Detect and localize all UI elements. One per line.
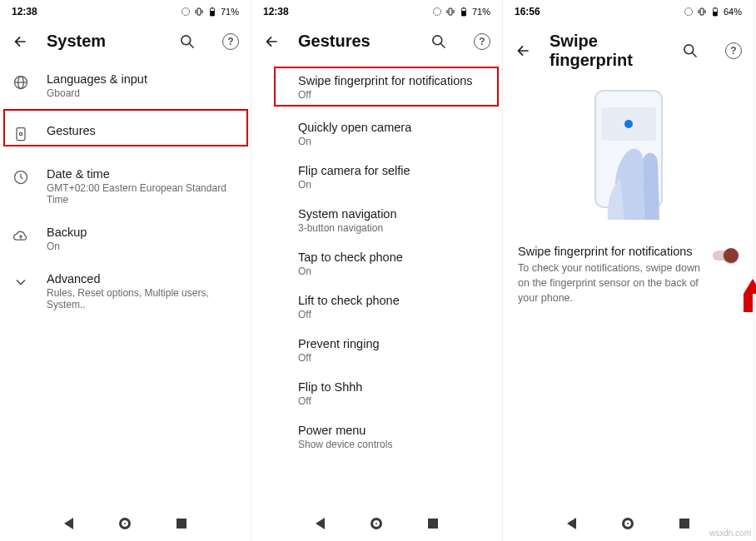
item-power-menu[interactable]: Power menu Show device controls bbox=[251, 415, 502, 459]
arrow-left-icon bbox=[263, 32, 280, 51]
battery-icon bbox=[710, 7, 720, 17]
item-label: Date & time bbox=[47, 167, 237, 181]
battery-percent: 64% bbox=[724, 7, 742, 17]
back-button[interactable] bbox=[515, 42, 531, 59]
switch-thumb bbox=[724, 248, 739, 263]
item-sub: On bbox=[298, 136, 489, 147]
help-button[interactable]: ? bbox=[474, 33, 490, 50]
svg-rect-29 bbox=[713, 12, 717, 16]
gestures-list: Swipe fingerprint for notifications Off … bbox=[251, 62, 502, 506]
vibrate-icon bbox=[194, 7, 204, 17]
status-bar: 16:56 64% bbox=[503, 0, 754, 23]
toggle-title: Swipe fingerprint for notifications bbox=[518, 245, 700, 258]
nav-home[interactable] bbox=[622, 518, 634, 529]
status-icons: 64% bbox=[684, 7, 742, 17]
search-icon bbox=[430, 33, 447, 50]
item-label: Lift to check phone bbox=[298, 294, 489, 307]
toggle-description: To check your notifications, swipe down … bbox=[518, 261, 700, 305]
page-title: Gestures bbox=[298, 32, 404, 51]
hand-phone-icon bbox=[566, 87, 691, 220]
status-time: 12:38 bbox=[12, 6, 181, 17]
fingerprint-illustration bbox=[503, 82, 754, 236]
back-button[interactable] bbox=[263, 33, 280, 50]
item-label: Swipe fingerprint for notifications bbox=[298, 74, 489, 87]
item-label: Power menu bbox=[298, 424, 489, 437]
gestures-icon bbox=[12, 126, 29, 142]
nav-home[interactable] bbox=[371, 518, 382, 529]
search-button[interactable] bbox=[430, 33, 447, 50]
svg-rect-6 bbox=[211, 7, 213, 8]
dnd-icon bbox=[684, 7, 694, 17]
arrow-left-icon bbox=[12, 32, 28, 51]
item-label: Quickly open camera bbox=[298, 121, 489, 134]
search-button[interactable] bbox=[179, 33, 196, 50]
title-bar: Gestures ? bbox=[251, 23, 502, 62]
item-flip-camera[interactable]: Flip camera for selfie On bbox=[251, 156, 502, 199]
nav-back[interactable] bbox=[567, 518, 576, 529]
item-sub: 3-button navigation bbox=[298, 222, 489, 234]
chevron-down-icon bbox=[12, 274, 29, 290]
status-icons: 71% bbox=[432, 7, 490, 17]
item-label: Flip to Shhh bbox=[298, 380, 489, 394]
nav-recent[interactable] bbox=[177, 519, 187, 529]
item-flip-shhh[interactable]: Flip to Shhh Off bbox=[251, 372, 502, 415]
item-advanced[interactable]: Advanced Rules, Reset options, Multiple … bbox=[0, 262, 251, 320]
status-icons: 71% bbox=[181, 7, 239, 17]
item-system-nav[interactable]: System navigation 3-button navigation bbox=[251, 199, 502, 242]
item-tap-check[interactable]: Tap to check phone On bbox=[251, 242, 502, 285]
settings-list: Languages & input Gboard Gestures Date &… bbox=[0, 62, 251, 506]
nav-recent[interactable] bbox=[428, 519, 438, 529]
nav-recent[interactable] bbox=[679, 519, 689, 529]
cloud-icon bbox=[12, 227, 29, 244]
item-sub: Rules, Reset options, Multiple users, Sy… bbox=[47, 287, 237, 310]
help-button[interactable]: ? bbox=[725, 42, 742, 59]
page-title: System bbox=[47, 32, 152, 51]
svg-rect-20 bbox=[461, 11, 465, 16]
item-prevent-ringing[interactable]: Prevent ringing Off bbox=[251, 329, 502, 372]
item-sub: Off bbox=[298, 309, 489, 320]
item-date-time[interactable]: Date & time GMT+02:00 Eastern European S… bbox=[0, 157, 251, 216]
back-button[interactable] bbox=[12, 33, 28, 50]
title-bar: Swipe fingerprint ? bbox=[503, 23, 754, 82]
watermark: wsxdn.com bbox=[709, 529, 751, 538]
search-button[interactable] bbox=[682, 42, 699, 59]
item-label: Backup bbox=[47, 226, 237, 239]
svg-rect-12 bbox=[17, 128, 25, 141]
item-gestures[interactable]: Gestures bbox=[0, 109, 251, 157]
item-sub: Off bbox=[298, 352, 489, 364]
item-languages-input[interactable]: Languages & input Gboard bbox=[0, 62, 251, 109]
battery-icon bbox=[207, 7, 217, 17]
svg-rect-1 bbox=[197, 8, 201, 15]
screen-swipe-fingerprint: 16:56 64% Swipe fingerprint ? bbox=[503, 0, 754, 541]
help-button[interactable]: ? bbox=[222, 33, 239, 50]
svg-point-0 bbox=[182, 8, 189, 16]
svg-rect-21 bbox=[463, 7, 465, 8]
status-time: 12:38 bbox=[263, 6, 432, 17]
svg-point-13 bbox=[19, 132, 22, 135]
nav-home[interactable] bbox=[119, 518, 131, 529]
search-icon bbox=[179, 33, 196, 50]
svg-point-31 bbox=[684, 45, 694, 54]
status-time: 16:56 bbox=[515, 6, 684, 17]
nav-back[interactable] bbox=[64, 518, 73, 529]
item-sub: Off bbox=[298, 395, 489, 407]
toggle-swipe-fingerprint[interactable]: Swipe fingerprint for notifications To c… bbox=[503, 236, 754, 314]
item-swipe-fingerprint[interactable]: Swipe fingerprint for notifications Off bbox=[251, 62, 502, 112]
item-quick-camera[interactable]: Quickly open camera On bbox=[251, 112, 502, 156]
item-label: Languages & input bbox=[47, 72, 237, 86]
item-sub: GMT+02:00 Eastern European Standard Time bbox=[47, 182, 237, 206]
svg-rect-16 bbox=[449, 8, 452, 15]
title-bar: System ? bbox=[0, 23, 251, 62]
nav-back[interactable] bbox=[316, 518, 325, 529]
vibrate-icon bbox=[445, 7, 455, 17]
item-lift-check[interactable]: Lift to check phone Off bbox=[251, 285, 502, 329]
fingerprint-content: Swipe fingerprint for notifications To c… bbox=[503, 82, 754, 506]
item-label: Gestures bbox=[47, 124, 237, 137]
item-sub: On bbox=[298, 266, 489, 277]
svg-line-8 bbox=[190, 43, 194, 47]
toggle-switch[interactable] bbox=[710, 248, 739, 263]
arrow-left-icon bbox=[515, 42, 531, 60]
status-bar: 12:38 71% bbox=[0, 0, 251, 23]
item-backup[interactable]: Backup On bbox=[0, 216, 251, 262]
clock-icon bbox=[12, 169, 29, 186]
